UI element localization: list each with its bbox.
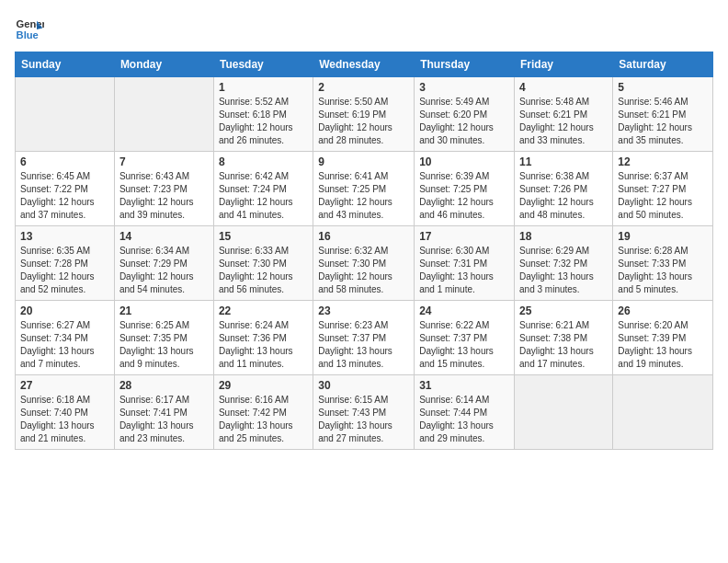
day-info: Sunrise: 6:24 AM Sunset: 7:36 PM Dayligh… [219,319,308,371]
day-info: Sunrise: 5:52 AM Sunset: 6:18 PM Dayligh… [219,96,308,147]
day-cell: 30Sunrise: 6:15 AM Sunset: 7:43 PM Dayli… [313,375,415,450]
day-cell: 20Sunrise: 6:27 AM Sunset: 7:34 PM Dayli… [16,301,115,375]
day-cell: 24Sunrise: 6:22 AM Sunset: 7:37 PM Dayli… [415,301,515,375]
day-number: 2 [318,81,409,94]
day-cell: 14Sunrise: 6:34 AM Sunset: 7:29 PM Dayli… [114,226,213,301]
day-info: Sunrise: 5:49 AM Sunset: 6:20 PM Dayligh… [419,96,509,147]
day-cell: 19Sunrise: 6:28 AM Sunset: 7:33 PM Dayli… [613,226,713,301]
day-number: 22 [219,304,308,317]
day-info: Sunrise: 5:50 AM Sunset: 6:19 PM Dayligh… [318,96,409,147]
day-number: 27 [20,379,109,392]
day-info: Sunrise: 6:33 AM Sunset: 7:30 PM Dayligh… [219,245,308,296]
day-number: 4 [519,81,608,94]
day-number: 30 [318,379,409,392]
day-info: Sunrise: 6:27 AM Sunset: 7:34 PM Dayligh… [20,319,109,371]
calendar-table: SundayMondayTuesdayWednesdayThursdayFrid… [15,52,713,450]
week-row-3: 13Sunrise: 6:35 AM Sunset: 7:28 PM Dayli… [16,226,713,301]
day-info: Sunrise: 6:15 AM Sunset: 7:43 PM Dayligh… [318,394,409,445]
day-info: Sunrise: 6:17 AM Sunset: 7:41 PM Dayligh… [119,394,209,445]
day-cell: 4Sunrise: 5:48 AM Sunset: 6:21 PM Daylig… [515,77,613,152]
day-number: 12 [618,155,708,168]
day-info: Sunrise: 6:22 AM Sunset: 7:37 PM Dayligh… [419,319,509,371]
day-info: Sunrise: 6:39 AM Sunset: 7:25 PM Dayligh… [419,170,509,222]
col-header-friday: Friday [515,52,613,77]
day-cell: 29Sunrise: 6:16 AM Sunset: 7:42 PM Dayli… [213,375,313,450]
day-cell: 8Sunrise: 6:42 AM Sunset: 7:24 PM Daylig… [213,152,313,226]
day-info: Sunrise: 6:16 AM Sunset: 7:42 PM Dayligh… [219,394,308,445]
day-cell: 27Sunrise: 6:18 AM Sunset: 7:40 PM Dayli… [16,375,115,450]
day-cell: 7Sunrise: 6:43 AM Sunset: 7:23 PM Daylig… [114,152,213,226]
day-cell [515,375,613,450]
day-cell: 23Sunrise: 6:23 AM Sunset: 7:37 PM Dayli… [313,301,415,375]
day-number: 5 [618,81,708,94]
header-row: SundayMondayTuesdayWednesdayThursdayFrid… [16,52,713,77]
day-info: Sunrise: 6:38 AM Sunset: 7:26 PM Dayligh… [519,170,608,222]
day-info: Sunrise: 6:43 AM Sunset: 7:23 PM Dayligh… [119,170,209,222]
day-cell: 10Sunrise: 6:39 AM Sunset: 7:25 PM Dayli… [415,152,515,226]
day-number: 6 [20,155,109,168]
day-cell: 12Sunrise: 6:37 AM Sunset: 7:27 PM Dayli… [613,152,713,226]
day-cell: 16Sunrise: 6:32 AM Sunset: 7:30 PM Dayli… [313,226,415,301]
day-info: Sunrise: 6:18 AM Sunset: 7:40 PM Dayligh… [20,394,109,445]
day-number: 1 [219,81,308,94]
day-info: Sunrise: 6:34 AM Sunset: 7:29 PM Dayligh… [119,245,209,296]
week-row-1: 1Sunrise: 5:52 AM Sunset: 6:18 PM Daylig… [16,77,713,152]
day-number: 29 [219,379,308,392]
day-cell: 26Sunrise: 6:20 AM Sunset: 7:39 PM Dayli… [613,301,713,375]
day-cell: 31Sunrise: 6:14 AM Sunset: 7:44 PM Dayli… [415,375,515,450]
day-info: Sunrise: 6:29 AM Sunset: 7:32 PM Dayligh… [519,245,608,296]
page-header: General Blue [15,15,713,44]
week-row-2: 6Sunrise: 6:45 AM Sunset: 7:22 PM Daylig… [16,152,713,226]
day-info: Sunrise: 5:48 AM Sunset: 6:21 PM Dayligh… [519,96,608,147]
day-info: Sunrise: 6:37 AM Sunset: 7:27 PM Dayligh… [618,170,708,222]
day-info: Sunrise: 6:25 AM Sunset: 7:35 PM Dayligh… [119,319,209,371]
day-number: 26 [618,304,708,317]
day-info: Sunrise: 6:32 AM Sunset: 7:30 PM Dayligh… [318,245,409,296]
day-number: 17 [419,230,509,243]
day-number: 21 [119,304,209,317]
day-info: Sunrise: 6:30 AM Sunset: 7:31 PM Dayligh… [419,245,509,296]
day-info: Sunrise: 6:21 AM Sunset: 7:38 PM Dayligh… [519,319,608,371]
day-number: 15 [219,230,308,243]
day-cell: 18Sunrise: 6:29 AM Sunset: 7:32 PM Dayli… [515,226,613,301]
day-cell: 1Sunrise: 5:52 AM Sunset: 6:18 PM Daylig… [213,77,313,152]
day-info: Sunrise: 6:20 AM Sunset: 7:39 PM Dayligh… [618,319,708,371]
day-cell: 22Sunrise: 6:24 AM Sunset: 7:36 PM Dayli… [213,301,313,375]
day-info: Sunrise: 6:42 AM Sunset: 7:24 PM Dayligh… [219,170,308,222]
day-cell [613,375,713,450]
week-row-4: 20Sunrise: 6:27 AM Sunset: 7:34 PM Dayli… [16,301,713,375]
col-header-wednesday: Wednesday [313,52,415,77]
col-header-tuesday: Tuesday [213,52,313,77]
day-number: 9 [318,155,409,168]
day-number: 16 [318,230,409,243]
day-cell [114,77,213,152]
logo: General Blue [15,15,48,44]
day-number: 24 [419,304,509,317]
day-cell: 13Sunrise: 6:35 AM Sunset: 7:28 PM Dayli… [16,226,115,301]
day-cell [16,77,115,152]
day-number: 28 [119,379,209,392]
day-number: 25 [519,304,608,317]
day-number: 18 [519,230,608,243]
day-cell: 25Sunrise: 6:21 AM Sunset: 7:38 PM Dayli… [515,301,613,375]
day-info: Sunrise: 6:14 AM Sunset: 7:44 PM Dayligh… [419,394,509,445]
day-cell: 5Sunrise: 5:46 AM Sunset: 6:21 PM Daylig… [613,77,713,152]
day-cell: 21Sunrise: 6:25 AM Sunset: 7:35 PM Dayli… [114,301,213,375]
day-info: Sunrise: 6:28 AM Sunset: 7:33 PM Dayligh… [618,245,708,296]
day-info: Sunrise: 6:45 AM Sunset: 7:22 PM Dayligh… [20,170,109,222]
col-header-sunday: Sunday [16,52,115,77]
day-cell: 11Sunrise: 6:38 AM Sunset: 7:26 PM Dayli… [515,152,613,226]
day-cell: 6Sunrise: 6:45 AM Sunset: 7:22 PM Daylig… [16,152,115,226]
day-info: Sunrise: 6:35 AM Sunset: 7:28 PM Dayligh… [20,245,109,296]
day-cell: 2Sunrise: 5:50 AM Sunset: 6:19 PM Daylig… [313,77,415,152]
day-number: 10 [419,155,509,168]
day-number: 31 [419,379,509,392]
day-number: 14 [119,230,209,243]
day-number: 7 [119,155,209,168]
day-number: 13 [20,230,109,243]
week-row-5: 27Sunrise: 6:18 AM Sunset: 7:40 PM Dayli… [16,375,713,450]
day-cell: 28Sunrise: 6:17 AM Sunset: 7:41 PM Dayli… [114,375,213,450]
day-number: 8 [219,155,308,168]
day-cell: 17Sunrise: 6:30 AM Sunset: 7:31 PM Dayli… [415,226,515,301]
day-number: 20 [20,304,109,317]
